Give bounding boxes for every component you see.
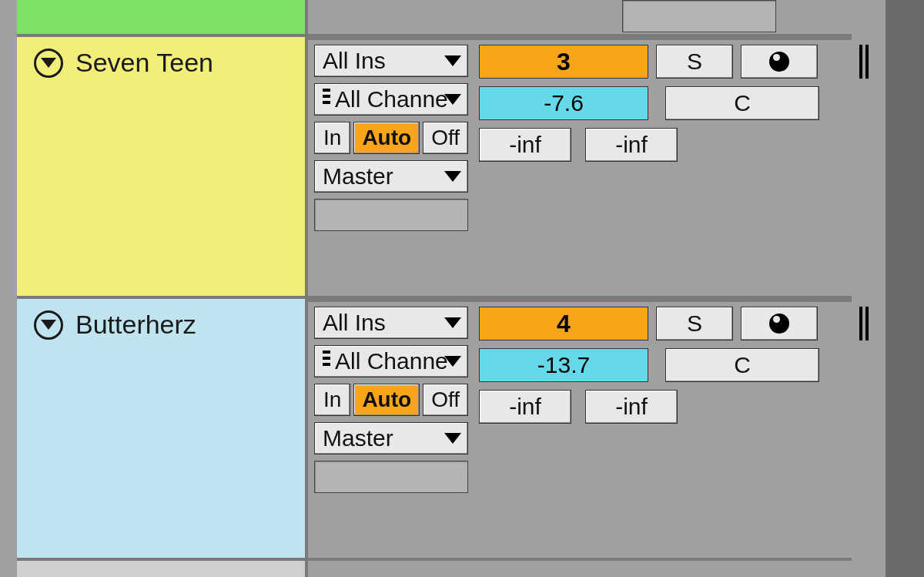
input-type-dropdown[interactable]: All Ins — [314, 307, 468, 339]
monitor-off-button[interactable]: Off — [423, 384, 468, 416]
volume-value[interactable]: -13.7 — [479, 348, 648, 382]
output-channel-slot[interactable] — [314, 461, 468, 493]
meter-bars — [859, 307, 870, 340]
prev-empty-slot[interactable] — [622, 0, 776, 32]
input-channel-dropdown[interactable]: All Channe — [314, 345, 468, 377]
send-a-value[interactable]: -inf — [479, 128, 571, 162]
track-name-label: Seven Teen — [75, 48, 213, 78]
fold-button[interactable] — [34, 310, 63, 340]
fold-button[interactable] — [34, 49, 63, 78]
output-value: Master — [323, 163, 393, 190]
input-type-value: All Ins — [323, 310, 386, 336]
record-disc-icon — [769, 314, 789, 334]
send-b-value[interactable]: -inf — [585, 390, 678, 424]
pan-value[interactable]: C — [665, 86, 819, 120]
chevron-down-icon — [444, 433, 461, 444]
send-a-value[interactable]: -inf — [479, 390, 571, 424]
chevron-down-icon — [444, 171, 461, 182]
monitor-off-button[interactable]: Off — [423, 122, 468, 154]
track-header-butterherz[interactable]: Butterherz — [17, 299, 308, 558]
monitor-toggle-group: In Auto Off — [314, 384, 468, 416]
arm-record-button[interactable] — [741, 45, 818, 79]
chevron-down-icon — [444, 317, 461, 328]
track-header-seven-teen[interactable]: Seven Teen — [17, 37, 308, 296]
input-channel-dropdown[interactable]: All Channe — [314, 83, 468, 116]
session-view-tracks: Seven Teen All Ins All Channe In Auto Of… — [0, 0, 924, 577]
track-activator[interactable]: 4 — [479, 307, 648, 340]
solo-button[interactable]: S — [656, 45, 733, 79]
drag-handle-icon — [323, 351, 330, 372]
mixer-section: 4 S -13.7 C -inf -inf — [479, 307, 849, 424]
input-channel-value: All Channe — [335, 348, 448, 374]
output-value: Master — [323, 425, 393, 451]
solo-button[interactable]: S — [656, 307, 733, 340]
monitor-auto-button[interactable]: Auto — [353, 384, 420, 416]
pan-value[interactable]: C — [665, 348, 819, 382]
track-activator[interactable]: 3 — [479, 45, 648, 79]
right-edge — [886, 0, 924, 577]
input-type-value: All Ins — [323, 48, 386, 74]
input-type-dropdown[interactable]: All Ins — [314, 45, 468, 77]
chevron-down-icon — [444, 94, 461, 105]
left-margin — [0, 0, 17, 577]
volume-value[interactable]: -7.6 — [479, 86, 648, 120]
io-section: All Ins All Channe In Auto Off Master — [314, 307, 468, 499]
chevron-down-icon — [444, 55, 461, 66]
monitor-toggle-group: In Auto Off — [314, 122, 468, 154]
chevron-down-icon — [41, 320, 56, 330]
drag-handle-icon — [323, 89, 330, 110]
prev-track-io-area — [308, 0, 852, 34]
track-header-next[interactable] — [17, 561, 308, 577]
send-b-value[interactable]: -inf — [585, 128, 678, 162]
record-disc-icon — [769, 52, 789, 72]
mixer-section: 3 S -7.6 C -inf -inf — [479, 45, 849, 162]
track-name-label: Butterherz — [75, 310, 196, 340]
chevron-down-icon — [41, 58, 56, 68]
output-dropdown[interactable]: Master — [314, 422, 468, 455]
monitor-auto-button[interactable]: Auto — [353, 122, 420, 154]
output-channel-slot[interactable] — [314, 199, 468, 231]
chevron-down-icon — [444, 356, 461, 367]
track-header-prev[interactable] — [17, 0, 308, 34]
arm-record-button[interactable] — [741, 307, 818, 340]
monitor-in-button[interactable]: In — [314, 122, 350, 154]
meter-bars — [859, 45, 870, 79]
io-section: All Ins All Channe In Auto Off Master — [314, 45, 468, 237]
output-dropdown[interactable]: Master — [314, 160, 468, 193]
input-channel-value: All Channe — [335, 86, 448, 112]
monitor-in-button[interactable]: In — [314, 384, 350, 416]
